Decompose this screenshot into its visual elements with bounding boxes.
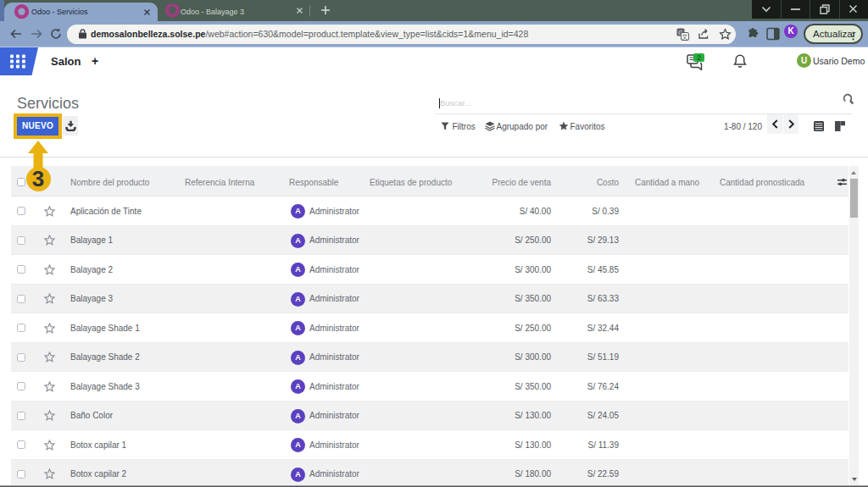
svg-text:文: 文: [682, 32, 688, 39]
